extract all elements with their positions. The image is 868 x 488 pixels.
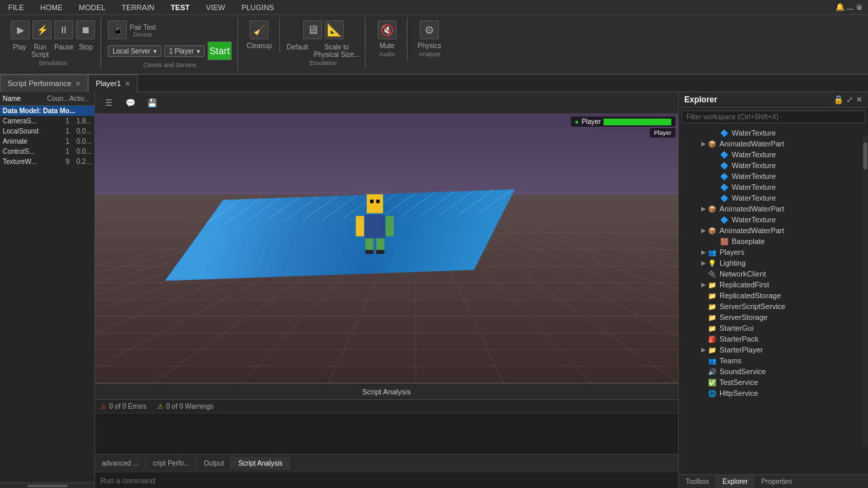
script-analysis-panel: Script Analysis — ✕ ⚠ 0 of 0 Errors ⚠ 0 … (95, 383, 678, 454)
expand-icon[interactable]: ⤢ (846, 95, 853, 104)
analysis-toolbar: ⚠ 0 of 0 Errors ⚠ 0 of 0 Warnings (95, 400, 678, 413)
scale-button[interactable]: 📐 (325, 20, 344, 39)
health-bar (604, 119, 671, 125)
table-row[interactable]: TextureW... 9 0.2... (0, 157, 94, 167)
run-script-button[interactable]: ⚡ (33, 20, 52, 39)
col-count: Coun... (47, 95, 70, 102)
replicated-storage-icon: 📁 (707, 291, 717, 300)
analysis-content (95, 413, 678, 454)
tree-item-water-texture-7[interactable]: 🔷 WaterTexture (679, 214, 868, 225)
default-button[interactable]: 🖥 (303, 20, 322, 39)
table-row[interactable]: LocalSound 1 0.0... (0, 126, 94, 136)
tree-item-test-service[interactable]: ✅ TestService (679, 377, 868, 388)
tree-item-server-script-service[interactable]: 📁 ServerScriptService (679, 301, 868, 312)
tree-item-sound-service[interactable]: 🔊 SoundService (679, 366, 868, 377)
close-script-perf[interactable]: ✕ (75, 80, 81, 87)
panel-title-row[interactable]: Data Model: Data Mo... (0, 106, 94, 116)
close-player1[interactable]: ✕ (125, 80, 130, 87)
warnings-stat: ⚠ 0 of 0 Warnings (157, 403, 214, 410)
save-icon[interactable]: 💾 (144, 95, 160, 111)
tab-toolbox[interactable]: Toolbox (679, 475, 715, 488)
menu-terrain[interactable]: TERRAIN (119, 2, 157, 13)
physics-button[interactable]: ⚙ (420, 20, 439, 39)
tab-explorer[interactable]: Explorer (715, 475, 754, 488)
analyze-label: Analyze (418, 51, 440, 58)
tab-advanced[interactable]: advanced ... (95, 457, 146, 470)
tab-script-analysis[interactable]: Script Analysis (231, 457, 290, 470)
player-hud: ● Player Player (571, 117, 675, 138)
tree-item-players[interactable]: ▶ 👥 Players (679, 247, 868, 258)
tree-item-animated-water-3[interactable]: ▶ 📦 AnimatedWaterPart (679, 225, 868, 236)
command-input[interactable] (100, 476, 673, 485)
play-button[interactable]: ▶ (11, 20, 30, 39)
chat-icon[interactable]: 💬 (122, 95, 138, 111)
tree-item-starter-player[interactable]: ▶ 📁 StarterPlayer (679, 344, 868, 355)
simulation-group: ▶ ⚡ ⏸ ⏹ Play RunScript Pause Stop Simula… (5, 18, 101, 69)
start-button[interactable]: Start (208, 41, 232, 60)
tab-output[interactable]: Output (197, 457, 231, 470)
server-dropdown[interactable]: Local Server ▾ (108, 45, 161, 57)
tree-item-networkclient[interactable]: 🔌 NetworkClient (679, 268, 868, 279)
server-storage-icon: 📁 (707, 312, 717, 322)
tree-item-http-service[interactable]: 🌐 HttpService (679, 388, 868, 399)
menu-test[interactable]: TEST (168, 2, 193, 13)
tab-player1[interactable]: Player1 ✕ (88, 75, 138, 92)
mute-button[interactable]: 🔇 (378, 20, 397, 39)
scale-label: Scale toPhysical Size... (314, 43, 360, 58)
pause-label: Pause (54, 43, 73, 51)
tree-item-animated-water-1[interactable]: ▶ 📦 AnimatedWaterPart (679, 138, 868, 149)
tree-item-water-texture-6[interactable]: 🔷 WaterTexture (679, 192, 868, 203)
pause-button[interactable]: ⏸ (54, 20, 73, 39)
tree-item-water-texture-3[interactable]: 🔷 WaterTexture (679, 160, 868, 171)
player-dropdown[interactable]: 1 Player ▾ (164, 45, 205, 57)
table-row[interactable]: CameraS... 1 1.8... (0, 116, 94, 126)
teams-icon: 👥 (707, 356, 717, 365)
tree-item-baseplate[interactable]: 🟫 Baseplate (679, 236, 868, 247)
tree-item-animated-water-2[interactable]: ▶ 📦 AnimatedWaterPart (679, 203, 868, 214)
table-row[interactable]: ControlS... 1 0.0... (0, 146, 94, 157)
tree-item-water-texture-5[interactable]: 🔷 WaterTexture (679, 182, 868, 192)
menu-home[interactable]: HOME (37, 2, 65, 13)
tree-item-lighting[interactable]: ▶ 💡 Lighting (679, 258, 868, 268)
viewport[interactable]: ● Player Player (95, 114, 678, 383)
tree-item-replicated-first[interactable]: ▶ 📁 ReplicatedFirst (679, 279, 868, 290)
tab-cript-perf[interactable]: cript Perfo... (146, 457, 197, 470)
errors-stat: ⚠ 0 of 0 Errors (100, 403, 146, 410)
baseplate-icon: 🟫 (719, 237, 729, 246)
lock-icon[interactable]: 🔒 (833, 95, 844, 104)
physics-label: Physics (418, 42, 441, 49)
close-explorer-icon[interactable]: ✕ (856, 95, 863, 104)
tab-script-performance[interactable]: Script Performance ✕ (0, 75, 88, 92)
hamburger-icon[interactable]: ☰ (100, 95, 117, 111)
command-bar (95, 472, 678, 488)
tab-properties[interactable]: Properties (755, 475, 800, 488)
explorer-panel: Explorer 🔒 ⤢ ✕ 🔷 WaterTexture ▶ 📦 Animat… (678, 92, 868, 488)
stop-button[interactable]: ⏹ (76, 20, 95, 39)
tree-item-starter-pack[interactable]: 🎒 StarterPack (679, 333, 868, 344)
col-activity: Activ... (69, 95, 92, 102)
tree-item-replicated-storage[interactable]: 📁 ReplicatedStorage (679, 290, 868, 301)
menu-file[interactable]: FILE (5, 2, 26, 13)
table-row[interactable]: Animate 1 0.0... (0, 136, 94, 146)
replicated-first-icon: 📁 (707, 280, 717, 289)
tree-item-server-storage[interactable]: 📁 ServerStorage (679, 312, 868, 323)
device-label: Device (130, 31, 156, 38)
tree-item-water-texture-2[interactable]: 🔷 WaterTexture (679, 149, 868, 160)
tree-item-starter-gui[interactable]: 📁 StarterGui (679, 323, 868, 333)
expand-arrow: ▶ (699, 260, 707, 266)
starter-gui-icon: 📁 (707, 323, 717, 333)
health-fill (604, 119, 671, 125)
water-texture-icon: 🔷 (719, 182, 729, 192)
explorer-title: Explorer (684, 95, 717, 104)
menu-plugins[interactable]: PLUGINS (239, 2, 277, 13)
menu-view[interactable]: VIEW (203, 2, 228, 13)
pair-test-icon[interactable]: 📱 (108, 20, 127, 39)
tree-item-water-texture-1[interactable]: 🔷 WaterTexture (679, 127, 868, 138)
tree-item-teams[interactable]: 👥 Teams (679, 355, 868, 366)
tree-item-water-texture-4[interactable]: 🔷 WaterTexture (679, 171, 868, 182)
water-texture-icon: 🔷 (719, 193, 729, 203)
tab-bar: Script Performance ✕ Player1 ✕ (0, 75, 868, 92)
menu-model[interactable]: MODEL (76, 2, 108, 13)
explorer-search[interactable] (682, 110, 865, 123)
cleanup-button[interactable]: 🧹 (250, 20, 269, 39)
